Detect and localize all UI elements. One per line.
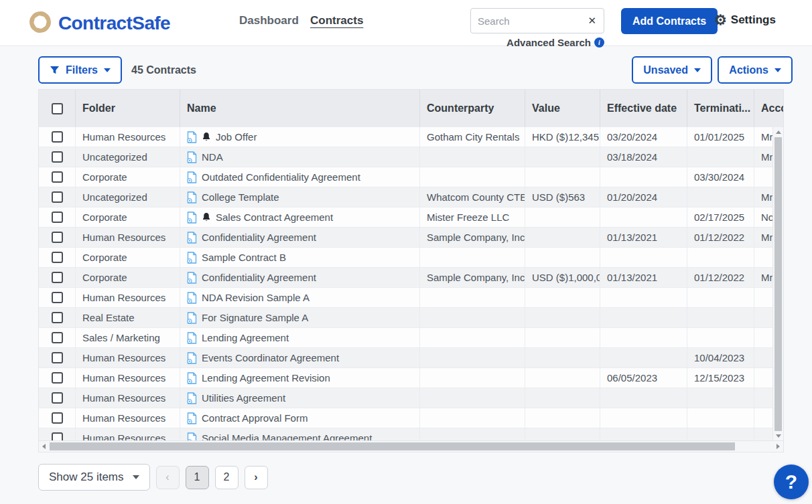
caret-down-icon <box>104 68 111 72</box>
column-header-folder[interactable]: Folder <box>76 90 180 127</box>
name-cell[interactable]: College Template <box>180 187 420 207</box>
row-checkbox[interactable] <box>52 432 63 440</box>
row-checkbox[interactable] <box>52 332 63 343</box>
table-row[interactable]: Sales / Marketing Lending Agreement <box>39 328 783 348</box>
row-checkbox[interactable] <box>52 252 63 263</box>
counterparty-cell <box>420 308 525 327</box>
effective-date-cell <box>600 288 687 307</box>
contract-name: Lending Agreement Revision <box>202 372 330 384</box>
advanced-search-link[interactable]: Advanced Search i <box>470 37 604 48</box>
counterparty-cell: Sample Company, Inc. <box>420 268 525 287</box>
filters-button[interactable]: Filters <box>38 56 122 84</box>
effective-date-cell <box>600 248 687 267</box>
add-contracts-button[interactable]: Add Contracts <box>621 8 718 34</box>
row-select-cell <box>39 187 76 207</box>
contract-name: Job Offer <box>216 131 257 143</box>
column-header-value[interactable]: Value <box>525 90 600 127</box>
contract-name: Sample Contract B <box>202 252 286 263</box>
page-2-button[interactable]: 2 <box>215 466 239 489</box>
table-row[interactable]: Corporate Outdated Confidentiality Agree… <box>39 167 783 187</box>
table-row[interactable]: Corporate Confidentiality Agreement Samp… <box>39 268 783 288</box>
row-checkbox[interactable] <box>52 412 63 424</box>
column-header-eff[interactable]: Effective date <box>600 90 687 127</box>
name-cell[interactable]: Lending Agreement <box>180 328 420 347</box>
document-icon <box>187 232 197 244</box>
name-cell[interactable]: Sample Contract B <box>180 248 420 267</box>
table-body: Human Resources Job Offer Gotham City Re… <box>39 127 783 440</box>
row-checkbox[interactable] <box>52 131 63 143</box>
table-row[interactable]: Human Resources NDA Revision Sample A <box>39 288 783 308</box>
table-row[interactable]: Human Resources Contract Approval Form <box>39 408 783 428</box>
row-checkbox[interactable] <box>52 352 63 363</box>
value-cell <box>525 348 600 367</box>
info-icon[interactable]: i <box>594 37 604 48</box>
table-row[interactable]: Human Resources Utilities Agreement <box>39 388 783 408</box>
prev-page-button[interactable]: ‹ <box>156 466 180 489</box>
name-cell[interactable]: Contract Approval Form <box>180 408 420 428</box>
table-row[interactable]: Real Estate For Signature Sample A <box>39 308 783 328</box>
row-checkbox[interactable] <box>52 151 63 163</box>
row-checkbox[interactable] <box>52 392 63 404</box>
effective-date-cell <box>600 348 687 367</box>
help-button[interactable]: ? <box>774 465 809 499</box>
row-checkbox[interactable] <box>52 292 63 303</box>
effective-date-cell <box>600 207 687 227</box>
row-select-cell <box>39 328 76 347</box>
select-all-checkbox[interactable] <box>52 103 63 114</box>
name-cell[interactable]: Lending Agreement Revision <box>180 368 420 388</box>
name-cell[interactable]: Outdated Confidentiality Agreement <box>180 167 420 187</box>
settings-button[interactable]: ⚙ Settings <box>714 13 776 27</box>
page-1-button[interactable]: 1 <box>186 466 209 489</box>
scroll-down-arrow-icon[interactable] <box>776 434 781 438</box>
page-size-dropdown[interactable]: Show 25 items <box>38 464 150 491</box>
actions-dropdown[interactable]: Actions <box>718 56 793 84</box>
horizontal-scrollbar[interactable] <box>39 440 783 452</box>
column-header-term[interactable]: Terminati... <box>687 90 754 127</box>
name-cell[interactable]: Confidentiality Agreement <box>180 268 420 287</box>
name-cell[interactable]: Utilities Agreement <box>180 388 420 408</box>
vertical-scrollbar[interactable] <box>772 127 783 440</box>
scroll-left-arrow-icon[interactable] <box>42 444 46 449</box>
next-page-button[interactable]: › <box>245 466 268 489</box>
name-cell[interactable]: For Signature Sample A <box>180 308 420 327</box>
name-cell[interactable]: Social Media Management Agreement <box>180 428 420 440</box>
name-cell[interactable]: Job Offer <box>180 127 420 147</box>
clear-search-icon[interactable]: ✕ <box>585 15 604 27</box>
table-row[interactable]: Human Resources Confidentiality Agreemen… <box>39 228 783 248</box>
scroll-up-arrow-icon[interactable] <box>776 131 781 134</box>
table-row[interactable]: Human Resources Lending Agreement Revisi… <box>39 368 783 388</box>
value-cell <box>525 147 600 167</box>
scroll-right-arrow-icon[interactable] <box>776 444 780 449</box>
row-checkbox[interactable] <box>52 191 63 203</box>
value-cell <box>525 408 600 428</box>
search-input[interactable] <box>471 15 585 27</box>
table-row[interactable]: Human Resources Events Coordinator Agree… <box>39 348 783 368</box>
row-checkbox[interactable] <box>52 232 63 243</box>
vertical-scrollbar-thumb[interactable] <box>774 137 782 431</box>
brand[interactable]: ContractSafe <box>27 9 170 38</box>
column-header-cp[interactable]: Counterparty <box>420 90 525 127</box>
row-checkbox[interactable] <box>52 171 63 183</box>
name-cell[interactable]: NDA <box>180 147 420 167</box>
row-checkbox[interactable] <box>52 372 63 384</box>
name-cell[interactable]: Events Coordinator Agreement <box>180 348 420 367</box>
row-checkbox[interactable] <box>52 212 63 223</box>
row-checkbox[interactable] <box>52 272 63 283</box>
name-cell[interactable]: NDA Revision Sample A <box>180 288 420 307</box>
unsaved-dropdown[interactable]: Unsaved <box>632 56 712 84</box>
table-row[interactable]: Human Resources Job Offer Gotham City Re… <box>39 127 783 147</box>
table-row[interactable]: Uncategorized NDA 03/18/2024 Mr S <box>39 147 783 167</box>
table-row[interactable]: Human Resources Social Media Management … <box>39 428 783 440</box>
horizontal-scrollbar-thumb[interactable] <box>50 442 735 450</box>
nav-dashboard[interactable]: Dashboard <box>239 14 299 27</box>
column-header-acct[interactable]: Accou <box>754 90 783 127</box>
nav-contracts[interactable]: Contracts <box>310 14 363 27</box>
table-row[interactable]: Corporate Sample Contract B <box>39 248 783 268</box>
name-cell[interactable]: Sales Contract Agreement <box>180 207 420 227</box>
name-cell[interactable]: Confidentiality Agreement <box>180 228 420 247</box>
column-header-name[interactable]: Name <box>180 90 420 127</box>
document-icon <box>187 131 197 143</box>
table-row[interactable]: Uncategorized College Template Whatcom C… <box>39 187 783 207</box>
table-row[interactable]: Corporate Sales Contract Agreement Miste… <box>39 207 783 228</box>
row-checkbox[interactable] <box>52 312 63 323</box>
